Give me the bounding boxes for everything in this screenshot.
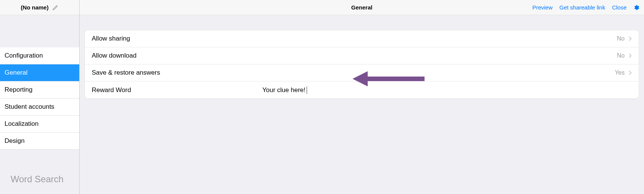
row-allow-sharing[interactable]: Allow sharing No xyxy=(85,30,639,47)
row-label: Allow download xyxy=(92,52,262,59)
value-text: No xyxy=(617,35,625,42)
sidebar-header[interactable]: (No name) xyxy=(0,0,79,15)
sidebar-item-label: Localization xyxy=(5,120,39,128)
sidebar-item-general[interactable]: General xyxy=(0,64,79,81)
page-title: General xyxy=(351,4,373,11)
sidebar-item-design[interactable]: Design xyxy=(0,133,79,150)
sidebar: (No name) Configuration General Reportin… xyxy=(0,0,80,194)
sidebar-item-reporting[interactable]: Reporting xyxy=(0,81,79,99)
row-value: No xyxy=(617,35,632,42)
sidebar-item-student-accounts[interactable]: Student accounts xyxy=(0,99,79,116)
sidebar-item-label: Reporting xyxy=(5,86,33,94)
sidebar-item-localization[interactable]: Localization xyxy=(0,116,79,133)
value-text: No xyxy=(617,52,625,59)
reward-word-input[interactable]: Your clue here! xyxy=(262,86,306,94)
project-title: (No name) xyxy=(21,4,49,11)
sidebar-item-label: General xyxy=(5,69,27,77)
preview-link[interactable]: Preview xyxy=(532,4,552,11)
share-link[interactable]: Get shareable link xyxy=(559,4,605,11)
close-link[interactable]: Close xyxy=(612,4,627,11)
row-label: Save & restore answers xyxy=(92,69,262,77)
text-caret xyxy=(307,86,307,94)
sidebar-item-label: Student accounts xyxy=(5,103,54,111)
row-allow-download[interactable]: Allow download No xyxy=(85,47,639,64)
content: Allow sharing No Allow download No Save … xyxy=(80,15,644,194)
chevron-right-icon xyxy=(628,53,632,59)
sidebar-spacer xyxy=(0,15,79,47)
reward-input-wrap: Your clue here! xyxy=(262,86,632,94)
settings-card: Allow sharing No Allow download No Save … xyxy=(85,30,639,99)
sidebar-item-label: Design xyxy=(5,137,25,145)
sidebar-item-label: Configuration xyxy=(5,52,43,59)
row-label: Reward Word xyxy=(92,86,262,94)
topbar-actions: Preview Get shareable link Close xyxy=(532,4,639,11)
row-value: No xyxy=(617,52,632,59)
gear-icon[interactable] xyxy=(633,5,639,11)
row-value: Yes xyxy=(615,69,632,76)
topbar: General Preview Get shareable link Close xyxy=(80,0,644,15)
chevron-right-icon xyxy=(628,70,632,76)
main: General Preview Get shareable link Close… xyxy=(80,0,644,194)
chevron-right-icon xyxy=(628,36,632,42)
sidebar-footer-label: Word Search xyxy=(0,164,79,194)
pencil-icon xyxy=(52,5,58,11)
sidebar-item-configuration[interactable]: Configuration xyxy=(0,47,79,64)
value-text: Yes xyxy=(615,69,625,76)
annotation-arrow xyxy=(353,69,425,88)
row-label: Allow sharing xyxy=(92,35,262,42)
